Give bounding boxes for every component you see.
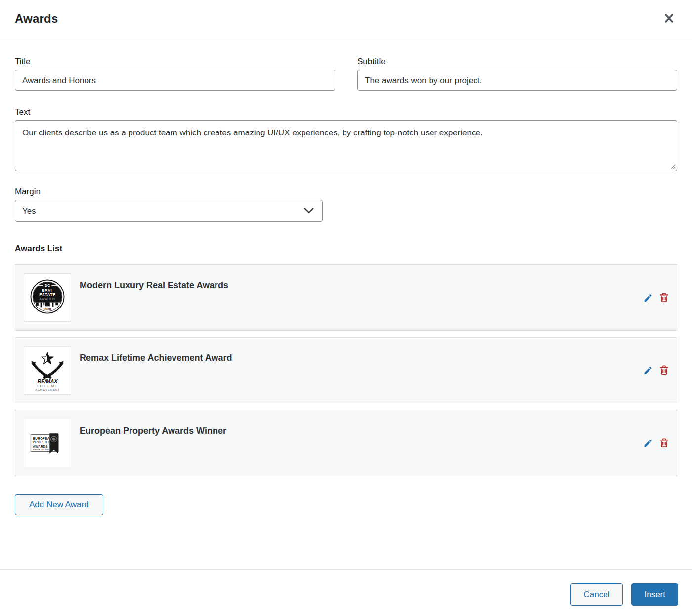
pencil-icon <box>643 369 653 377</box>
title-label: Title <box>15 56 335 67</box>
awards-modal: Awards Title Subtitle Text Our client <box>0 0 692 616</box>
text-textarea[interactable]: Our clients describe us as a product tea… <box>15 120 677 171</box>
svg-text:2020: 2020 <box>44 308 51 311</box>
margin-select-value: Yes <box>22 206 36 216</box>
svg-text:REAL: REAL <box>42 289 53 293</box>
subtitle-input[interactable] <box>357 70 677 91</box>
award-logo-european-property: EUROPEAN PROPERTY AWARDS WINNER 2019-202… <box>24 419 71 467</box>
add-new-award-button[interactable]: Add New Award <box>15 494 103 515</box>
trash-icon <box>659 297 669 305</box>
subtitle-label: Subtitle <box>357 56 677 67</box>
awards-list: DC REAL ESTATE AWARDS 2020 Modern Luxury… <box>15 264 677 483</box>
svg-text:EUROPEAN: EUROPEAN <box>33 437 52 440</box>
close-icon <box>664 13 674 25</box>
edit-award-button[interactable] <box>643 365 653 375</box>
margin-label: Margin <box>15 186 677 197</box>
award-title: Modern Luxury Real Estate Awards <box>80 280 228 291</box>
award-title: European Property Awards Winner <box>80 426 226 436</box>
trash-icon <box>659 442 669 450</box>
modal-title: Awards <box>15 12 58 26</box>
svg-text:ACHIEVEMENT: ACHIEVEMENT <box>35 388 60 391</box>
margin-select[interactable]: Yes <box>15 200 323 222</box>
svg-text:RE/MAX: RE/MAX <box>38 378 58 384</box>
trash-icon <box>659 370 669 377</box>
edit-award-button[interactable] <box>643 293 653 303</box>
svg-text:PROPERTY: PROPERTY <box>33 440 52 444</box>
edit-award-button[interactable] <box>643 438 653 448</box>
award-title: Remax Lifetime Achievement Award <box>80 353 232 363</box>
resize-handle-icon[interactable] <box>670 164 676 169</box>
delete-award-button[interactable] <box>659 293 669 303</box>
award-row: EUROPEAN PROPERTY AWARDS WINNER 2019-202… <box>15 410 677 476</box>
awards-list-label: Awards List <box>15 244 677 254</box>
chevron-down-icon <box>303 206 314 216</box>
pencil-icon <box>643 297 653 304</box>
delete-award-button[interactable] <box>659 365 669 376</box>
delete-award-button[interactable] <box>659 438 669 448</box>
award-row: DC REAL ESTATE AWARDS 2020 Modern Luxury… <box>15 264 677 331</box>
svg-text:AWARDS: AWARDS <box>39 297 55 301</box>
modal-header: Awards <box>0 0 692 38</box>
modal-body: Title Subtitle Text Our clients describe… <box>0 38 692 569</box>
svg-text:DC: DC <box>45 284 50 288</box>
svg-text:WINNER 2019-2020: WINNER 2019-2020 <box>33 449 49 451</box>
cancel-button[interactable]: Cancel <box>570 583 623 606</box>
award-logo-remax: RE/MAX LIFETIME ACHIEVEMENT <box>24 346 71 395</box>
svg-text:ESTATE: ESTATE <box>39 293 56 297</box>
modal-footer: Cancel Insert <box>0 569 692 616</box>
close-button[interactable] <box>661 10 677 28</box>
insert-button[interactable]: Insert <box>631 583 678 606</box>
svg-text:AWARDS: AWARDS <box>33 445 48 448</box>
text-label: Text <box>15 107 677 117</box>
pencil-icon <box>643 442 653 449</box>
title-input[interactable] <box>15 70 335 91</box>
svg-text:LIFETIME: LIFETIME <box>37 384 57 388</box>
award-logo-dc-real-estate: DC REAL ESTATE AWARDS 2020 <box>24 273 71 322</box>
award-row: RE/MAX LIFETIME ACHIEVEMENT Remax Lifeti… <box>15 337 677 403</box>
